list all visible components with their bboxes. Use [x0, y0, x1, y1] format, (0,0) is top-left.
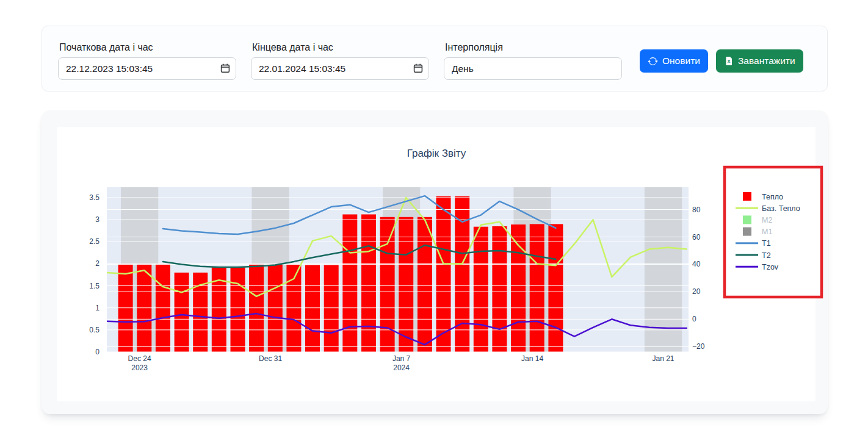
- left-axis-tick: 3.5: [89, 193, 99, 202]
- x-axis-tick: Jan 21: [652, 354, 674, 363]
- end-datetime-input[interactable]: [251, 57, 429, 80]
- chart-card: Графік Звіту00.511.522.533.5−20020406080…: [42, 110, 828, 414]
- bar-teplo[interactable]: [324, 265, 339, 352]
- x-axis-tick: Dec 31: [259, 354, 282, 363]
- start-datetime-input[interactable]: [58, 57, 236, 80]
- legend-marker-square: [743, 192, 751, 201]
- legend-label: T1: [762, 239, 771, 248]
- x-axis-tick-year: 2023: [131, 364, 148, 372]
- report-chart[interactable]: Графік Звіту00.511.522.533.5−20020406080…: [42, 110, 828, 414]
- chart-title: Графік Звіту: [407, 148, 466, 159]
- x-axis-tick: Dec 24: [128, 354, 151, 363]
- left-axis-tick: 3: [95, 215, 99, 224]
- legend-marker-square: [743, 215, 751, 224]
- interpolation-field: Інтерполяція: [444, 42, 622, 80]
- left-axis-tick: 2: [95, 259, 99, 268]
- legend-box: [725, 167, 822, 297]
- left-axis-tick: 0.5: [89, 326, 99, 334]
- refresh-icon: [648, 56, 658, 66]
- download-button-label: Завантажити: [738, 56, 795, 66]
- left-axis-tick: 2.5: [89, 237, 99, 246]
- right-axis-tick: 60: [692, 233, 701, 242]
- bar-teplo[interactable]: [231, 267, 245, 352]
- interpolation-value[interactable]: [444, 57, 622, 80]
- bar-teplo[interactable]: [361, 215, 376, 353]
- right-axis-tick: −20: [692, 342, 705, 351]
- legend-label: M2: [762, 216, 772, 224]
- bar-teplo[interactable]: [342, 215, 357, 353]
- legend-label: Баз. Тепло: [762, 204, 800, 213]
- end-datetime-field: Кінцева дата і час: [251, 42, 429, 80]
- left-axis-tick: 1: [95, 304, 99, 312]
- left-axis-tick: 1.5: [89, 282, 99, 290]
- filter-panel: Початкова дата і час Кінцева дата і час: [42, 26, 828, 91]
- interpolation-input[interactable]: [444, 57, 622, 80]
- legend-label: T2: [762, 251, 771, 260]
- right-axis-tick: 20: [692, 287, 701, 296]
- bar-teplo[interactable]: [492, 226, 507, 352]
- legend-item-Тепло[interactable]: Тепло: [743, 192, 783, 201]
- calendar-icon[interactable]: [413, 63, 423, 73]
- x-axis-tick: Jan 7: [392, 354, 411, 363]
- left-axis-tick: 0: [95, 348, 99, 356]
- start-datetime-value[interactable]: [58, 57, 236, 80]
- start-datetime-label: Початкова дата і час: [59, 42, 236, 53]
- legend-label: Тепло: [762, 193, 783, 201]
- svg-text:x: x: [728, 58, 731, 64]
- right-axis-tick: 0: [692, 315, 696, 323]
- refresh-button-label: Оновити: [662, 56, 700, 66]
- legend-label: Tzov: [762, 263, 779, 271]
- refresh-button[interactable]: Оновити: [640, 49, 708, 73]
- bar-teplo[interactable]: [530, 224, 544, 352]
- bar-teplo[interactable]: [548, 224, 563, 352]
- x-axis-tick-year: 2024: [393, 364, 410, 372]
- bar-teplo[interactable]: [511, 224, 526, 352]
- calendar-icon[interactable]: [220, 63, 230, 73]
- right-axis-tick: 80: [692, 206, 701, 214]
- bar-teplo[interactable]: [305, 265, 320, 352]
- excel-file-icon: x: [724, 56, 734, 66]
- legend-label: M1: [762, 228, 772, 236]
- interpolation-label: Інтерполяція: [445, 42, 622, 53]
- end-datetime-label: Кінцева дата і час: [252, 42, 429, 53]
- start-datetime-field: Початкова дата і час: [58, 42, 236, 80]
- end-datetime-value[interactable]: [251, 57, 429, 80]
- legend-marker-square: [743, 228, 751, 236]
- bar-teplo[interactable]: [175, 273, 189, 352]
- download-button[interactable]: x Завантажити: [716, 49, 803, 73]
- right-axis-tick: 40: [692, 260, 701, 268]
- x-axis-tick: Jan 14: [521, 354, 543, 363]
- bar-teplo[interactable]: [474, 227, 488, 352]
